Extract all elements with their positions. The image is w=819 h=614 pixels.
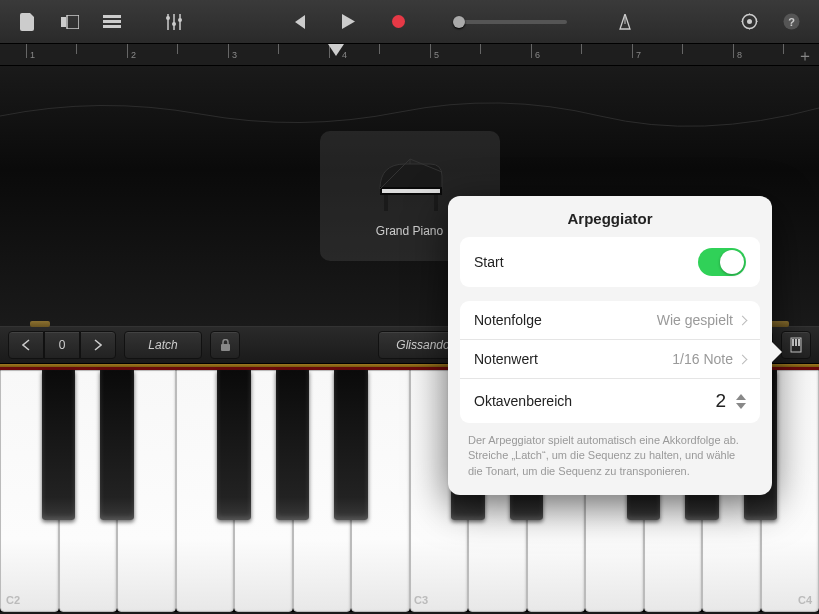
go-to-start-button[interactable] [281, 7, 317, 37]
mixer-button[interactable] [156, 7, 192, 37]
bar-label: 6 [535, 50, 540, 60]
arp-order-value: Wie gespielt [657, 312, 733, 328]
arp-help-text: Der Arpeggiator spielt automatisch eine … [448, 423, 772, 483]
black-key[interactable] [276, 370, 310, 520]
master-volume-slider[interactable] [457, 20, 567, 24]
browser-button[interactable] [52, 7, 88, 37]
stepper-up-icon[interactable] [736, 394, 746, 400]
svg-rect-22 [792, 339, 794, 346]
arp-octave-stepper[interactable]: 2 [715, 390, 746, 412]
hinge-decoration [769, 321, 789, 327]
waveform-decoration [0, 86, 819, 136]
settings-button[interactable] [731, 7, 767, 37]
chevron-right-icon [738, 315, 748, 325]
svg-rect-3 [103, 20, 121, 23]
black-key[interactable] [217, 370, 251, 520]
arp-octave-label: Oktavenbereich [474, 393, 572, 409]
hinge-decoration [30, 321, 50, 327]
bar-label: 3 [232, 50, 237, 60]
scale-button[interactable] [781, 331, 811, 359]
record-button[interactable] [381, 7, 417, 37]
svg-rect-4 [103, 25, 121, 28]
playhead[interactable] [328, 44, 344, 56]
timeline-ruler[interactable]: // skip - will render ticks via inline e… [0, 44, 819, 66]
help-button[interactable]: ? [773, 7, 809, 37]
arp-start-switch[interactable] [698, 248, 746, 276]
svg-point-7 [178, 18, 182, 22]
bar-label: 5 [434, 50, 439, 60]
popover-title: Arpeggiator [448, 208, 772, 237]
play-button[interactable] [331, 7, 367, 37]
octave-up-button[interactable] [80, 331, 116, 359]
latch-button[interactable]: Latch [124, 331, 202, 359]
arp-start-label: Start [474, 254, 504, 270]
sustain-lock-button[interactable] [210, 331, 240, 359]
chevron-right-icon [738, 354, 748, 364]
octave-down-button[interactable] [8, 331, 44, 359]
tracks-button[interactable] [94, 7, 130, 37]
svg-text:?: ? [788, 16, 795, 28]
key-label-c3: C3 [414, 594, 428, 606]
arp-octave-value: 2 [715, 390, 726, 412]
svg-rect-16 [221, 344, 230, 351]
add-track-button[interactable]: ＋ [797, 46, 813, 67]
svg-rect-23 [795, 339, 797, 346]
instrument-name: Grand Piano [376, 224, 443, 238]
octave-display: 0 [44, 331, 80, 359]
popover-arrow [772, 342, 782, 362]
arp-note-value-row[interactable]: Notenwert 1/16 Note [460, 339, 760, 378]
black-key[interactable] [42, 370, 76, 520]
svg-rect-0 [61, 17, 66, 27]
svg-rect-2 [103, 15, 121, 18]
arp-note-order-row[interactable]: Notenfolge Wie gespielt [460, 301, 760, 339]
svg-point-6 [172, 22, 176, 26]
black-key[interactable] [334, 370, 368, 520]
key-label-c2: C2 [6, 594, 20, 606]
svg-point-9 [747, 19, 752, 24]
bar-label: 7 [636, 50, 641, 60]
project-button[interactable] [10, 7, 46, 37]
bar-label: 8 [737, 50, 742, 60]
arp-order-label: Notenfolge [474, 312, 542, 328]
svg-rect-1 [67, 15, 79, 29]
grand-piano-icon [370, 154, 450, 214]
bar-label: 2 [131, 50, 136, 60]
arpeggiator-popover: Arpeggiator Start Notenfolge Wie gespiel… [448, 196, 772, 495]
svg-rect-15 [434, 195, 438, 211]
svg-rect-14 [384, 195, 388, 211]
transport-controls [281, 7, 643, 37]
top-toolbar: ? [0, 0, 819, 44]
metronome-button[interactable] [607, 7, 643, 37]
bar-label: 1 [30, 50, 35, 60]
svg-point-5 [166, 16, 170, 20]
arp-value-label: Notenwert [474, 351, 538, 367]
svg-rect-24 [798, 339, 800, 346]
arp-value-value: 1/16 Note [672, 351, 733, 367]
svg-rect-13 [382, 189, 440, 193]
black-key[interactable] [100, 370, 134, 520]
stepper-down-icon[interactable] [736, 403, 746, 409]
key-label-c4: C4 [798, 594, 812, 606]
